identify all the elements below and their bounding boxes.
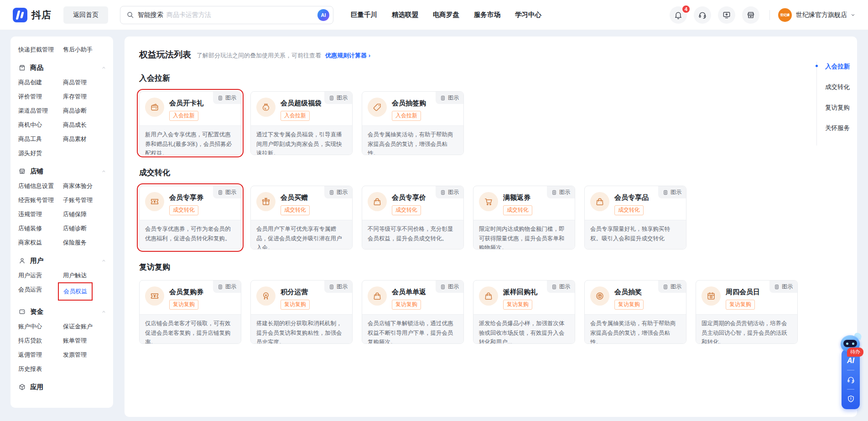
shop-avatar[interactable]: 世纪缘 bbox=[778, 8, 792, 22]
sidebar-item[interactable]: 子账号管理 bbox=[63, 193, 108, 207]
rule-calculator-link[interactable]: 优惠规则计算器 › bbox=[325, 52, 370, 60]
sidebar-item[interactable]: 店铺诊断 bbox=[63, 221, 108, 235]
sidebar-item[interactable]: 店铺信息设置 bbox=[18, 179, 63, 193]
brand-icon bbox=[13, 8, 27, 22]
demo-button[interactable]: 图示 bbox=[547, 186, 575, 198]
demo-button[interactable]: 图示 bbox=[658, 281, 686, 293]
shop-name[interactable]: 世纪缘官方旗舰店 bbox=[796, 11, 847, 19]
sidebar-item-label: 商品创建 bbox=[18, 75, 42, 89]
sidebar-item[interactable]: 源头好货 bbox=[18, 146, 63, 160]
sidebar-item[interactable]: 发票管理 bbox=[63, 348, 108, 362]
anchor-nav-item[interactable]: 入会拉新 bbox=[825, 62, 850, 71]
chevron-up-icon[interactable] bbox=[101, 65, 107, 71]
ai-entry-button[interactable]: AI bbox=[847, 357, 854, 365]
play-card[interactable]: 图示 会员超级福袋 入会拉新 通过下发专属会员福袋，引导直播间用户即刻成为商家会… bbox=[250, 91, 353, 155]
sidebar-section-header[interactable]: 店铺 bbox=[18, 167, 107, 176]
demo-button[interactable]: 图示 bbox=[658, 186, 686, 198]
sidebar-item[interactable]: 经营账号管理 bbox=[18, 193, 63, 207]
anchor-nav-item[interactable]: 关怀服务 bbox=[825, 124, 850, 132]
sidebar-item[interactable]: 商品诊断 bbox=[63, 104, 108, 118]
chevron-up-icon[interactable] bbox=[101, 168, 107, 174]
sidebar-item[interactable]: 商品素材 bbox=[63, 132, 108, 146]
sidebar-item[interactable]: 评价管理 bbox=[18, 89, 63, 104]
protection-shield-icon[interactable] bbox=[847, 395, 855, 403]
shop-entry-button[interactable] bbox=[742, 6, 759, 24]
sidebar-item[interactable]: 历史报表 bbox=[18, 362, 63, 376]
demo-button[interactable]: 图示 bbox=[769, 281, 797, 293]
demo-button[interactable]: 图示 bbox=[324, 92, 352, 104]
sidebar-item[interactable]: 商品创建 bbox=[18, 75, 63, 89]
sidebar-item[interactable]: 保险服务 bbox=[63, 235, 108, 249]
customer-service-button[interactable] bbox=[694, 6, 711, 24]
play-card[interactable]: 图示 会员抽奖 复访复购 会员专属抽奖活动，有助于帮助商家提高会员的复访，增强会… bbox=[584, 280, 686, 344]
play-card[interactable]: 图示 周四会员日 复访复购 固定周期的会员营销活动，培养会员主动回访心智，提升会… bbox=[696, 280, 798, 344]
top-nav-link[interactable]: 精选联盟 bbox=[392, 10, 418, 19]
todo-badge[interactable]: 待办 bbox=[847, 348, 863, 357]
demo-button[interactable]: 图示 bbox=[213, 281, 241, 293]
sidebar: 快递拦截管理 售后小助手 商品 商品创建 商品管理 评价管理 库存管理 渠道品管… bbox=[10, 36, 113, 408]
sidebar-section-header[interactable]: 资金 bbox=[18, 307, 107, 316]
play-card[interactable]: 图示 派样回购礼 复访复购 派发给会员爆品小样，加强首次体验或回收市场反馈，有效… bbox=[473, 280, 575, 344]
search-input[interactable]: 智能搜索 商品卡运营方法 AI bbox=[120, 6, 333, 24]
anchor-nav-item[interactable]: 复访复购 bbox=[825, 104, 850, 112]
demo-button[interactable]: 图示 bbox=[213, 92, 241, 104]
sidebar-item[interactable]: 商品成长 bbox=[63, 118, 108, 132]
chevron-up-icon[interactable] bbox=[101, 309, 107, 315]
sidebar-item[interactable]: 抖店贷款 bbox=[18, 333, 63, 348]
chevron-up-icon[interactable] bbox=[101, 258, 107, 264]
play-card[interactable]: 图示 会员复购券 复访复购 仅店铺会员老客才可领取，可有效促进会员老客复购，提升… bbox=[139, 280, 241, 344]
sidebar-item[interactable]: 返佣管理 bbox=[18, 348, 63, 362]
sidebar-item[interactable]: 商家权益 bbox=[18, 235, 63, 249]
sidebar-item[interactable]: 店铺保障 bbox=[63, 207, 108, 221]
sidebar-section-header[interactable]: 商品 bbox=[18, 63, 107, 72]
anchor-nav-item[interactable]: 成交转化 bbox=[825, 83, 850, 91]
sidebar-item[interactable]: 快递拦截管理 bbox=[18, 42, 63, 57]
play-card[interactable]: 图示 会员抽签购 入会拉新 会员专属抽奖活动，有助于帮助商家提高会员的复访，增强… bbox=[362, 91, 464, 155]
sidebar-item[interactable]: 商家体验分 bbox=[63, 179, 108, 193]
demo-button[interactable]: 图示 bbox=[436, 92, 463, 104]
top-nav-link[interactable]: 服务市场 bbox=[474, 10, 500, 19]
top-nav-link[interactable]: 学习中心 bbox=[515, 10, 541, 19]
ai-search-button[interactable]: AI bbox=[317, 9, 329, 21]
play-card[interactable]: 图示 会员专享券 成交转化 会员专享优惠券，可作为老会员的优惠福利，促进会员转化… bbox=[139, 186, 241, 249]
play-card[interactable]: 图示 会员买赠 成交转化 会员用户下单可优先享有专属赠品，促进会员成交并吸引潜在… bbox=[250, 186, 353, 249]
notifications-button[interactable]: 4 bbox=[670, 6, 687, 24]
play-card[interactable]: 图示 会员开卡礼 入会拉新 新用户入会专享优惠，可配置优惠券和赠品礼(最多3张)… bbox=[139, 91, 241, 155]
sidebar-section-header[interactable]: 用户 bbox=[18, 256, 107, 265]
chevron-down-icon[interactable] bbox=[850, 12, 856, 18]
demo-button[interactable]: 图示 bbox=[547, 281, 575, 293]
sidebar-item[interactable]: 商品管理 bbox=[63, 75, 108, 89]
top-nav-link[interactable]: 电商罗盘 bbox=[433, 10, 459, 19]
sidebar-item[interactable]: 账单管理 bbox=[63, 333, 108, 348]
play-card[interactable]: 图示 会员专享品 成交转化 会员专享限量好礼，独享购买特权。吸引入会和提升成交转… bbox=[584, 186, 686, 249]
sidebar-item[interactable]: 会员运营 bbox=[18, 282, 63, 301]
play-card[interactable]: 图示 满额返券 成交转化 限定时间内达成购物金额门槛，即可获得限量优惠，提升会员… bbox=[473, 186, 575, 249]
sidebar-item[interactable]: 商机中心 bbox=[18, 118, 63, 132]
play-card[interactable]: 图示 会员专享价 成交转化 不同等级可享不同价格，充分彰显会员权益，提升会员成交… bbox=[362, 186, 464, 249]
play-card[interactable]: 图示 积分运营 复访复购 搭建长期的积分获取和消耗机制，提升会员复访和复购粘性，… bbox=[250, 280, 353, 344]
top-nav-link[interactable]: 巨量千川 bbox=[351, 10, 377, 19]
demo-button[interactable]: 图示 bbox=[324, 186, 352, 198]
sidebar-item[interactable]: 店铺装修 bbox=[18, 221, 63, 235]
back-home-button[interactable]: 返回首页 bbox=[63, 6, 108, 24]
demo-button[interactable]: 图示 bbox=[324, 281, 352, 293]
sidebar-item[interactable]: 用户运营 bbox=[18, 268, 63, 282]
sidebar-item[interactable]: 售后小助手 bbox=[63, 42, 108, 57]
douyin-shop-logo[interactable]: 抖店 bbox=[13, 8, 52, 22]
sidebar-item[interactable]: 违规管理 bbox=[18, 207, 63, 221]
sidebar-item[interactable]: 保证金账户 bbox=[63, 319, 108, 333]
support-headset-icon[interactable] bbox=[847, 375, 855, 384]
sidebar-section-header[interactable]: 应用 bbox=[18, 383, 107, 391]
play-card[interactable]: 图示 会员单单返 复访复购 会员店铺下单解锁活动，通过优惠权益不断引导用户下单，… bbox=[362, 280, 464, 344]
demo-button[interactable]: 图示 bbox=[436, 186, 463, 198]
sidebar-item[interactable]: 账户中心 bbox=[18, 319, 63, 333]
sidebar-item[interactable]: 会员权益 bbox=[63, 282, 108, 301]
sidebar-item[interactable]: 渠道品管理 bbox=[18, 104, 63, 118]
sidebar-item[interactable]: 库存管理 bbox=[63, 89, 108, 104]
client-download-button[interactable] bbox=[718, 6, 735, 24]
card-description: 限定时间内达成购物金额门槛，即可获得限量优惠，提升会员客单和购物频次。 bbox=[473, 220, 575, 249]
demo-button[interactable]: 图示 bbox=[436, 281, 463, 293]
demo-button[interactable]: 图示 bbox=[213, 186, 241, 198]
sidebar-item[interactable]: 商品工具 bbox=[18, 132, 63, 146]
sidebar-item[interactable]: 用户触达 bbox=[63, 268, 108, 282]
